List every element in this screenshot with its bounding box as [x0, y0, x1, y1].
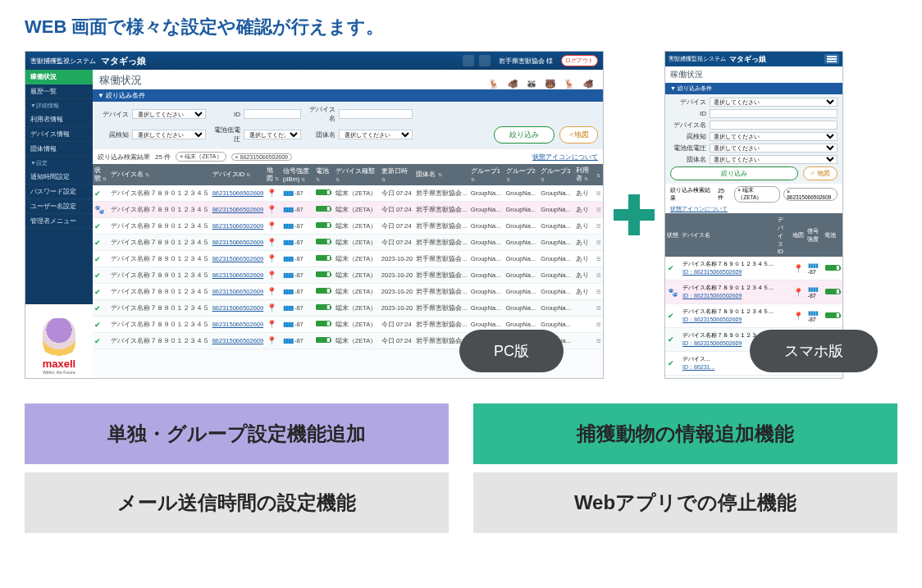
column-header[interactable]: 利用者 ⇅ [574, 164, 595, 185]
device-id-link[interactable]: 862315066502609 [212, 304, 264, 312]
map-pin-icon[interactable]: 📍 [267, 254, 276, 263]
nav-item[interactable]: 団体情報 [25, 142, 93, 157]
filter-pill[interactable]: × 端末（ZETA） [176, 152, 226, 162]
org-select[interactable]: 選択してください [339, 130, 413, 139]
id-input[interactable] [710, 109, 838, 118]
device-name-input[interactable] [710, 121, 838, 130]
row-menu-icon[interactable]: ≡ [596, 271, 601, 280]
device-select[interactable]: 選択してください [710, 98, 838, 107]
map-pin-icon[interactable]: 📍 [267, 287, 276, 296]
table-row[interactable]: ✔ デバイス...ID：86231... 📍 ▮▮▮▮ [665, 376, 842, 379]
trap-select[interactable]: 選択してください [710, 132, 838, 141]
map-button[interactable]: ♂地図 [559, 126, 598, 144]
column-header[interactable]: グループ1 ⇅ [469, 164, 504, 185]
column-header[interactable]: デバイス名 [680, 213, 776, 257]
map-pin-icon[interactable]: 📍 [793, 288, 803, 297]
column-header[interactable]: 地図 [791, 213, 806, 257]
filter-header[interactable]: ▼ 絞り込み条件 [93, 89, 603, 102]
filter-button[interactable]: 絞り込み [670, 166, 798, 180]
row-menu-icon[interactable]: ≡ [596, 205, 601, 214]
table-row[interactable]: ✔ デバイス名称７８９０１２３４５ 862315066502609 📍 ▮▮▮▮… [93, 235, 603, 251]
column-header[interactable]: デバイス種類 ⇅ [334, 164, 380, 185]
map-pin-icon[interactable]: 📍 [267, 320, 276, 329]
map-button[interactable]: ♂ 地図 [803, 166, 838, 180]
row-menu-icon[interactable]: ≡ [596, 221, 601, 230]
nav-item[interactable]: デバイス情報 [25, 127, 93, 142]
row-menu-icon[interactable]: ≡ [596, 189, 601, 198]
row-menu-icon[interactable]: ≡ [596, 336, 601, 345]
column-header[interactable]: 団体名 ⇅ [414, 164, 468, 185]
map-pin-icon[interactable]: 📍 [267, 303, 276, 312]
map-pin-icon[interactable]: 📍 [793, 264, 803, 273]
row-menu-icon[interactable]: ≡ [596, 303, 601, 312]
device-id-link[interactable]: 862315066502609 [212, 239, 264, 246]
row-menu-icon[interactable]: ≡ [596, 287, 601, 296]
device-select[interactable]: 選択してください [132, 109, 206, 119]
trap-select[interactable]: 選択してください [132, 130, 206, 139]
table-row[interactable]: ✔ デバイス名称７８９０１２３４５ 862315066502609 📍 ▮▮▮▮… [93, 267, 603, 284]
map-pin-icon[interactable]: 📍 [267, 336, 276, 345]
table-row[interactable]: ✔ デバイス名称７８９０１２３４５ 862315066502609 📍 ▮▮▮▮… [93, 284, 603, 300]
nav-item[interactable]: 履歴一覧 [25, 84, 93, 99]
filter-header[interactable]: ▼ 絞り込み条件 [665, 83, 842, 94]
filter-pill[interactable]: × 862315066502609 [783, 188, 838, 201]
map-pin-icon[interactable]: 📍 [267, 221, 276, 230]
nav-item[interactable]: ユーザー名設定 [25, 199, 93, 214]
device-id-link[interactable]: ID：862315066502609 [682, 292, 774, 300]
device-id-link[interactable]: ID：862315066502609 [682, 268, 774, 276]
device-id-link[interactable]: 862315066502609 [212, 206, 264, 213]
manual-icon[interactable] [479, 55, 491, 66]
logout-button[interactable]: ログアウト [561, 55, 598, 66]
device-name-input[interactable] [339, 109, 413, 119]
nav-item[interactable]: 稼働状況 [25, 70, 93, 84]
table-row[interactable]: ✔ デバイス名称７８９０１２３４５...ID：862315066502609 📍… [665, 257, 842, 280]
table-row[interactable]: 🐾 デバイス名称７８９０１２３４５ 862315066502609 📍 ▮▮▮▮… [93, 202, 603, 218]
device-id-link[interactable]: ID：862315066502609 [682, 316, 774, 324]
column-header[interactable]: デバイスID ⇅ [211, 164, 266, 185]
column-header[interactable]: 電池 [823, 213, 842, 257]
battery-select[interactable]: 選択してください [244, 130, 301, 139]
device-id-link[interactable]: 862315066502609 [212, 271, 264, 279]
icon-help-link[interactable]: 状態アイコンについて [670, 206, 728, 212]
column-header[interactable]: 状態 ⇅ [93, 164, 109, 185]
row-menu-icon[interactable]: ≡ [596, 320, 601, 329]
column-header[interactable]: 地図 ⇅ [265, 164, 281, 185]
map-pin-icon[interactable]: 📍 [267, 189, 276, 198]
map-pin-icon[interactable]: 📍 [267, 271, 276, 280]
map-pin-icon[interactable]: 📍 [793, 312, 803, 321]
battery-select[interactable]: 選択してください [710, 144, 838, 153]
nav-item[interactable]: パスワード設定 [25, 185, 93, 199]
device-id-link[interactable]: 862315066502609 [212, 255, 264, 262]
nav-item[interactable]: 管理者メニュー [25, 214, 93, 229]
row-menu-icon[interactable]: ≡ [596, 254, 601, 263]
column-header[interactable]: ⇅ [595, 164, 603, 185]
column-header[interactable]: グループ3 ⇅ [539, 164, 574, 185]
map-pin-icon[interactable]: 📍 [267, 238, 276, 247]
table-row[interactable]: ✔ デバイス名称７８９０１２３４５ 862315066502609 📍 ▮▮▮▮… [93, 300, 603, 317]
table-row[interactable]: 🐾 デバイス名称７８９０１２３４５...ID：862315066502609 📍… [665, 280, 842, 304]
table-row[interactable]: ✔ デバイス名称７８９０１２３４５ 862315066502609 📍 ▮▮▮▮… [93, 251, 603, 267]
column-header[interactable]: グループ2 ⇅ [504, 164, 540, 185]
column-header[interactable]: 状態 [665, 213, 680, 257]
device-id-link[interactable]: 862315066502609 [212, 189, 264, 197]
filter-pill[interactable]: × 端末（ZETA） [734, 186, 780, 203]
org-select[interactable]: 選択してください [710, 155, 838, 164]
nav-item[interactable]: 利用者情報 [25, 112, 93, 127]
device-id-link[interactable]: 862315066502609 [212, 321, 264, 328]
icon-help-link[interactable]: 状態アイコンについて [532, 153, 598, 162]
column-header[interactable]: 信号強度 [806, 213, 823, 257]
info-icon[interactable] [463, 55, 474, 66]
column-header[interactable]: デバイス名 ⇅ [109, 164, 211, 185]
column-header[interactable]: 更新日時 ⇅ [380, 164, 415, 185]
row-menu-icon[interactable]: ≡ [596, 238, 601, 247]
nav-item[interactable]: 通知時間設定 [25, 170, 93, 185]
table-row[interactable]: ✔ デバイス名称７８９０１２３４５ 862315066502609 📍 ▮▮▮▮… [93, 185, 603, 202]
filter-pill[interactable]: × 862315066502609 [231, 153, 292, 161]
hamburger-menu-icon[interactable] [824, 54, 839, 64]
id-input[interactable] [244, 109, 301, 119]
column-header[interactable]: 信号強度(dBm) ⇅ [281, 164, 314, 185]
column-header[interactable]: デバイスID [776, 213, 791, 257]
map-pin-icon[interactable]: 📍 [267, 205, 276, 214]
filter-button[interactable]: 絞り込み [494, 126, 555, 144]
device-id-link[interactable]: 862315066502609 [212, 337, 264, 344]
